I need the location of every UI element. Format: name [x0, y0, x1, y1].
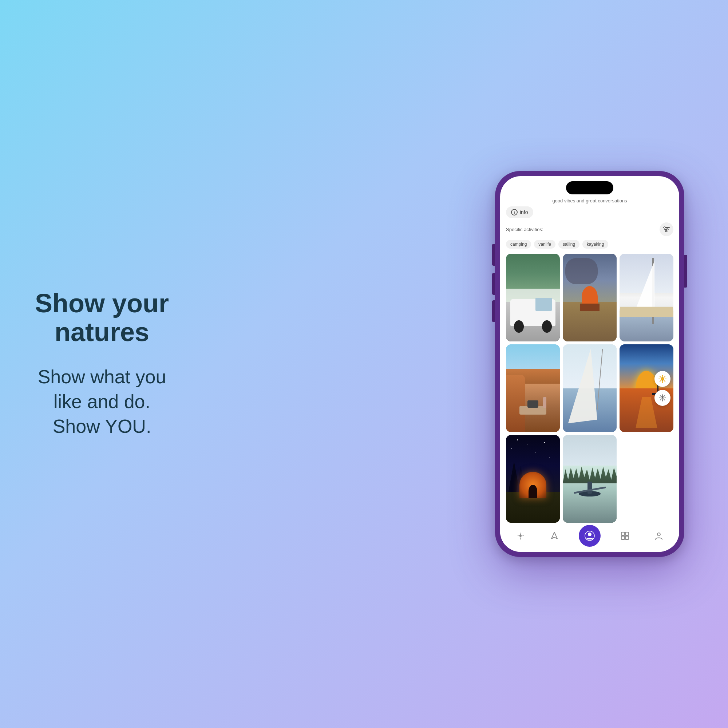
info-label: info [520, 209, 528, 215]
activities-row: Specific activities: [506, 222, 673, 236]
tag-camping[interactable]: camping [506, 240, 531, 249]
tag-vanlife[interactable]: vanlife [534, 240, 555, 249]
brightness-low-icon [658, 394, 667, 402]
grid-icon [621, 531, 629, 540]
tag-kayaking[interactable]: kayaking [583, 240, 608, 249]
user-icon [655, 531, 663, 540]
svg-rect-29 [626, 532, 629, 535]
svg-point-5 [665, 230, 667, 232]
left-panel: Show your natures Show what you like and… [29, 289, 175, 439]
activities-label: Specific activities: [506, 227, 543, 232]
nav-profile[interactable] [579, 525, 601, 547]
subtext: Show what you like and do. Show YOU. [29, 365, 175, 439]
photo-sailing2[interactable] [563, 344, 616, 432]
svg-line-21 [660, 395, 661, 396]
photo-sunset[interactable] [619, 344, 673, 432]
photo-night-tent-inner [506, 435, 560, 523]
svg-line-23 [664, 395, 665, 396]
photo-kayak-inner [563, 435, 616, 523]
subtext-line1: Show what you like and do. [38, 367, 166, 412]
svg-point-4 [667, 229, 668, 230]
svg-point-32 [658, 533, 660, 536]
tag-sailing[interactable]: sailing [558, 240, 580, 249]
svg-rect-28 [621, 532, 625, 535]
phone-container: good vibes and great conversations i inf… [495, 171, 684, 557]
filter-button[interactable] [659, 222, 673, 236]
svg-line-14 [660, 380, 661, 381]
svg-line-24 [660, 399, 661, 400]
info-icon: i [511, 209, 518, 216]
svg-line-11 [660, 376, 661, 377]
screen-content: i info Specific activities: [500, 203, 679, 523]
svg-point-16 [662, 397, 663, 399]
svg-point-26 [588, 532, 592, 536]
svg-rect-31 [626, 536, 629, 540]
subtext-line2: Show YOU. [53, 416, 151, 437]
nav-navigate[interactable] [545, 526, 564, 545]
top-subtitle: good vibes and great conversations [500, 196, 679, 203]
brightness-controls [655, 371, 670, 406]
info-badge[interactable]: i info [506, 206, 533, 218]
photo-sailing2-inner [563, 344, 616, 432]
svg-point-3 [664, 227, 665, 228]
svg-point-6 [661, 377, 664, 380]
navigate-icon [550, 531, 559, 540]
photo-canyon[interactable] [506, 344, 560, 432]
svg-line-12 [664, 380, 665, 381]
nav-user[interactable] [649, 526, 668, 545]
tags-row: camping vanlife sailing kayaking [506, 240, 673, 249]
nav-grid[interactable] [616, 526, 635, 545]
svg-line-22 [664, 399, 665, 400]
photo-sailing1-inner [619, 254, 673, 341]
photo-tent-inner [563, 254, 616, 341]
photo-canyon-inner [506, 344, 560, 432]
phone-screen: good vibes and great conversations i inf… [500, 176, 679, 552]
profile-icon [584, 531, 595, 541]
photo-sailing1[interactable] [619, 254, 673, 341]
photo-van[interactable] [506, 254, 560, 341]
phone-frame: good vibes and great conversations i inf… [495, 171, 684, 557]
svg-line-13 [664, 376, 665, 377]
photo-kayak[interactable] [563, 435, 616, 523]
filter-icon [663, 226, 670, 233]
photo-tent-field[interactable] [563, 254, 616, 341]
photo-night-tent[interactable] [506, 435, 560, 523]
sparkle-icon [516, 531, 525, 540]
brightness-high-btn[interactable] [655, 371, 670, 387]
nav-discover[interactable] [511, 526, 530, 545]
brightness-high-icon [658, 375, 667, 383]
headline: Show your natures [29, 289, 175, 347]
bottom-nav [500, 523, 679, 552]
brightness-low-btn[interactable] [655, 390, 670, 406]
svg-rect-30 [621, 536, 625, 540]
dynamic-island [566, 181, 613, 194]
photo-grid [506, 254, 673, 523]
photo-van-inner [506, 254, 560, 341]
